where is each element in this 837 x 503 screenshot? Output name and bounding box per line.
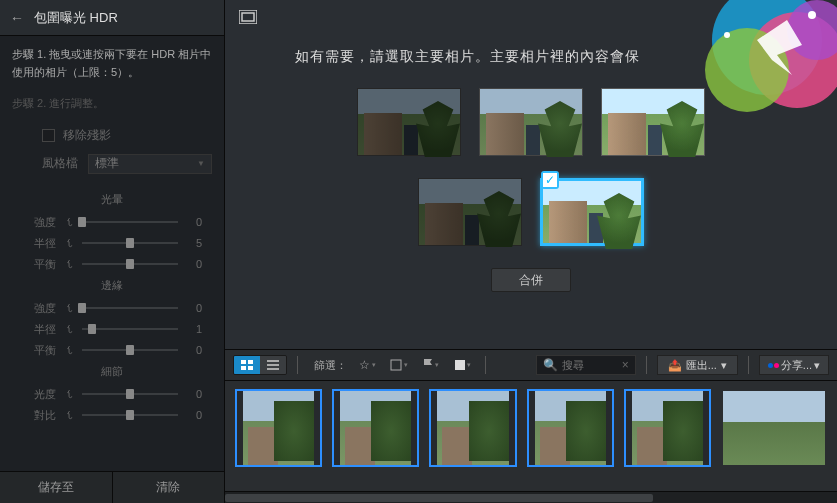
group-detail-title: 細節 (12, 364, 212, 379)
strip-thumb[interactable] (527, 389, 614, 467)
filter-color-icon[interactable]: ▾ (451, 355, 475, 375)
strip-thumb[interactable] (429, 389, 516, 467)
hdr-source-row-1 (255, 88, 807, 156)
hdr-thumb[interactable] (357, 88, 461, 156)
list-view-icon[interactable] (260, 356, 286, 374)
svg-rect-16 (455, 360, 465, 370)
group-edge-title: 邊緣 (12, 278, 212, 293)
preset-label: 風格檔 (42, 155, 78, 172)
panel-title: 包圍曝光 HDR (34, 9, 118, 27)
glow-balance-slider[interactable] (82, 263, 178, 265)
browser-toolbar: 篩選： ☆▾ ▾ ▾ ▾ 🔍 × 📤 匯出... ▾ 分享... ▾ (225, 349, 837, 381)
preset-select[interactable]: 標準 ▼ (88, 154, 212, 174)
glow-radius-row: 半徑5 (22, 236, 202, 251)
flickr-dots-icon (768, 363, 779, 368)
preset-row: 風格檔 標準 ▼ (42, 154, 212, 174)
glow-intensity-row: 強度0 (22, 215, 202, 230)
clear-button[interactable]: 清除 (113, 472, 225, 503)
preset-value: 標準 (95, 155, 119, 172)
clear-search-icon[interactable]: × (622, 358, 629, 372)
reset-icon[interactable] (64, 259, 74, 269)
reset-icon[interactable] (64, 217, 74, 227)
remove-ghost-checkbox[interactable] (42, 129, 55, 142)
chevron-down-icon: ▾ (814, 359, 820, 372)
edge-radius-slider[interactable] (82, 328, 178, 330)
step-2-text: 步驟 2. 進行調整。 (12, 95, 212, 113)
detail-contrast-row: 對比0 (22, 408, 202, 423)
edge-balance-row: 平衡0 (22, 343, 202, 358)
detail-brightness-row: 光度0 (22, 387, 202, 402)
view-mode-toggle (233, 355, 287, 375)
glow-radius-slider[interactable] (82, 242, 178, 244)
reset-icon[interactable] (64, 303, 74, 313)
search-icon: 🔍 (543, 358, 558, 372)
remove-ghost-label: 移除殘影 (63, 127, 111, 144)
strip-thumb[interactable] (624, 389, 711, 467)
sidebar: ← 包圍曝光 HDR 步驟 1. 拖曳或連按兩下要在 HDR 相片中使用的相片（… (0, 0, 225, 503)
strip-thumb[interactable] (332, 389, 419, 467)
reset-icon[interactable] (64, 345, 74, 355)
svg-rect-14 (267, 368, 279, 370)
main-area: 如有需要，請選取主要相片。主要相片裡的內容會保 ✓ 合併 (225, 36, 837, 349)
svg-rect-10 (241, 366, 246, 370)
hdr-source-row-2: ✓ (255, 178, 807, 246)
divider (297, 356, 298, 374)
svg-rect-9 (248, 360, 253, 364)
sidebar-header: ← 包圍曝光 HDR (0, 0, 224, 36)
top-toolbar (225, 0, 837, 36)
merge-button[interactable]: 合併 (491, 268, 571, 292)
hdr-thumb[interactable] (418, 178, 522, 246)
export-icon: 📤 (668, 359, 682, 372)
reset-icon[interactable] (64, 410, 74, 420)
window-layout-icon[interactable] (239, 10, 257, 27)
detail-contrast-slider[interactable] (82, 414, 178, 416)
horizontal-scrollbar[interactable] (225, 491, 837, 503)
instruction-text: 如有需要，請選取主要相片。主要相片裡的內容會保 (295, 48, 807, 66)
check-badge-icon: ✓ (541, 171, 559, 189)
glow-intensity-slider[interactable] (82, 221, 178, 223)
export-button[interactable]: 📤 匯出... ▾ (657, 355, 738, 375)
remove-ghost-row: 移除殘影 (42, 127, 212, 144)
filter-flag-icon[interactable]: ▾ (419, 355, 443, 375)
reset-icon[interactable] (64, 324, 74, 334)
group-glow-title: 光暈 (12, 192, 212, 207)
chevron-down-icon: ▾ (721, 359, 727, 372)
filter-star-icon[interactable]: ☆▾ (355, 355, 379, 375)
thumbnail-strip (225, 381, 837, 491)
divider (646, 356, 647, 374)
edge-intensity-slider[interactable] (82, 307, 178, 309)
divider (485, 356, 486, 374)
svg-rect-15 (391, 360, 401, 370)
reset-icon[interactable] (64, 238, 74, 248)
sidebar-body: 步驟 1. 拖曳或連按兩下要在 HDR 相片中使用的相片（上限：5）。 步驟 2… (0, 36, 224, 471)
filter-label: 篩選： (314, 358, 347, 373)
edge-radius-row: 半徑1 (22, 322, 202, 337)
svg-rect-12 (267, 360, 279, 362)
filter-tag-icon[interactable]: ▾ (387, 355, 411, 375)
edge-balance-slider[interactable] (82, 349, 178, 351)
svg-rect-1 (242, 13, 254, 21)
search-input[interactable] (562, 359, 618, 371)
strip-thumb[interactable] (721, 389, 827, 467)
share-button[interactable]: 分享... ▾ (759, 355, 829, 375)
detail-brightness-slider[interactable] (82, 393, 178, 395)
svg-rect-11 (248, 366, 253, 370)
scroll-thumb[interactable] (225, 494, 653, 502)
hdr-thumb[interactable] (601, 88, 705, 156)
search-box[interactable]: 🔍 × (536, 355, 636, 375)
chevron-down-icon: ▼ (197, 159, 205, 168)
sidebar-footer: 儲存至 清除 (0, 471, 224, 503)
divider (748, 356, 749, 374)
strip-thumb[interactable] (235, 389, 322, 467)
svg-rect-13 (267, 364, 279, 366)
back-arrow-icon[interactable]: ← (10, 10, 24, 26)
hdr-thumb[interactable] (479, 88, 583, 156)
grid-view-icon[interactable] (234, 356, 260, 374)
main-panel: 如有需要，請選取主要相片。主要相片裡的內容會保 ✓ 合併 篩選： ☆▾ ▾ ▾ … (225, 0, 837, 503)
reset-icon[interactable] (64, 389, 74, 399)
hdr-thumb-selected[interactable]: ✓ (540, 178, 644, 246)
glow-balance-row: 平衡0 (22, 257, 202, 272)
svg-rect-8 (241, 360, 246, 364)
edge-intensity-row: 強度0 (22, 301, 202, 316)
save-button[interactable]: 儲存至 (0, 472, 113, 503)
